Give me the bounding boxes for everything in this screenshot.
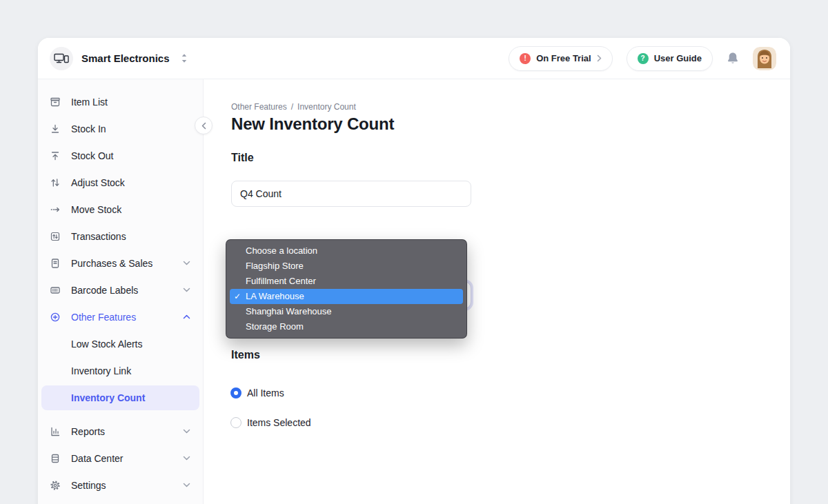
sorter-icon	[181, 53, 188, 63]
sidebar-item-label: Item List	[71, 97, 108, 108]
sidebar-item-inventory-link[interactable]: Inventory Link	[38, 357, 203, 384]
sidebar-item-item-list[interactable]: Item List	[38, 88, 203, 115]
user-guide-button[interactable]: ? User Guide	[627, 46, 713, 71]
devices-icon	[54, 52, 69, 65]
user-guide-label: User Guide	[654, 53, 702, 63]
dropdown-option-la-warehouse[interactable]: ✓ LA Warehouse	[230, 289, 463, 304]
location-dropdown-menu: Choose a location Flagship Store Fulfill…	[226, 239, 467, 339]
user-avatar[interactable]	[753, 47, 776, 70]
chevron-left-icon	[201, 122, 206, 130]
sidebar-item-label: Stock In	[71, 123, 106, 134]
top-bar-actions: ! On Free Trial ? User Guide	[509, 46, 776, 71]
sidebar-item-stock-out[interactable]: Stock Out	[38, 142, 203, 169]
radio-label: All Items	[247, 387, 284, 399]
arrow-up-to-line-icon	[50, 150, 61, 161]
sidebar-item-low-stock-alerts[interactable]: Low Stock Alerts	[38, 330, 203, 357]
sidebar: Item List Stock In Stock Out Adjust Stoc…	[38, 79, 204, 504]
dropdown-option-flagship-store[interactable]: Flagship Store	[230, 259, 463, 274]
question-icon: ?	[638, 53, 649, 64]
sidebar-item-barcode-labels[interactable]: Barcode Labels	[38, 276, 203, 303]
bell-icon	[727, 52, 739, 65]
sidebar-item-label: Move Stock	[71, 204, 121, 215]
box-icon	[50, 97, 61, 108]
checkmark-icon: ✓	[234, 289, 241, 304]
database-icon	[50, 453, 61, 464]
dropdown-option-storage-room[interactable]: Storage Room	[230, 319, 463, 334]
chevron-down-icon	[183, 456, 190, 461]
breadcrumb-separator: /	[291, 102, 293, 112]
sidebar-item-label: Reports	[71, 426, 105, 437]
breadcrumb-current: Inventory Count	[297, 102, 356, 112]
sidebar-item-label: Barcode Labels	[71, 285, 138, 296]
radio-unselected-icon[interactable]	[230, 417, 241, 428]
gear-icon	[50, 480, 61, 491]
sidebar-item-settings[interactable]: Settings	[38, 472, 203, 498]
arrow-right-dashed-icon	[50, 204, 61, 215]
chevron-right-icon	[597, 54, 602, 62]
company-logo	[50, 47, 73, 70]
radio-all-items[interactable]: All Items	[230, 387, 284, 399]
sidebar-item-move-stock[interactable]: Move Stock	[38, 196, 203, 223]
main-content: Other Features / Inventory Count New Inv…	[204, 79, 790, 504]
sidebar-item-label: Stock Out	[71, 150, 113, 161]
title-field-label: Title	[231, 152, 254, 164]
alert-badge-icon: !	[520, 53, 531, 64]
dropdown-option-choose-location[interactable]: Choose a location	[230, 243, 463, 259]
chevron-down-icon	[183, 261, 190, 265]
sidebar-item-label: Adjust Stock	[71, 177, 125, 188]
sidebar-item-label: Low Stock Alerts	[71, 339, 143, 350]
sidebar-item-adjust-stock[interactable]: Adjust Stock	[38, 169, 203, 196]
free-trial-label: On Free Trial	[536, 53, 591, 63]
circle-plus-icon	[50, 312, 61, 323]
sidebar-item-transactions[interactable]: Transactions	[38, 223, 203, 250]
notifications-button[interactable]	[727, 52, 739, 65]
breadcrumb-parent[interactable]: Other Features	[231, 102, 287, 112]
bar-chart-icon	[50, 426, 61, 437]
chevron-down-icon	[183, 483, 190, 487]
sidebar-item-label: Purchases & Sales	[71, 258, 152, 269]
barcode-icon	[50, 285, 61, 296]
transactions-icon	[50, 231, 61, 242]
sidebar-item-label: Other Features	[71, 312, 136, 323]
arrows-up-down-icon	[50, 177, 61, 188]
sidebar-item-other-features[interactable]: Other Features	[38, 303, 203, 330]
radio-selected-icon[interactable]	[230, 387, 241, 399]
sidebar-item-reports[interactable]: Reports	[38, 418, 203, 445]
sidebar-item-label: Transactions	[71, 231, 126, 242]
free-trial-button[interactable]: ! On Free Trial	[509, 46, 612, 71]
avatar-image	[753, 47, 776, 70]
breadcrumb: Other Features / Inventory Count	[231, 102, 356, 112]
sidebar-item-label: Inventory Count	[71, 392, 145, 403]
page-title: New Inventory Count	[231, 114, 394, 134]
sidebar-item-label: Settings	[71, 480, 106, 491]
sidebar-item-purchases-sales[interactable]: Purchases & Sales	[38, 250, 203, 276]
org-switcher[interactable]: Smart Electronics	[50, 47, 188, 70]
sidebar-item-inventory-count[interactable]: Inventory Count	[41, 385, 199, 410]
dropdown-option-fulfillment-center[interactable]: Fulfillment Center	[230, 274, 463, 289]
arrow-down-to-line-icon	[50, 123, 61, 134]
sidebar-collapse-button[interactable]	[195, 117, 213, 134]
radio-label: Items Selected	[247, 417, 311, 428]
chevron-up-icon	[183, 314, 190, 319]
app-window: Smart Electronics ! On Free Trial ? User…	[38, 38, 790, 504]
top-bar: Smart Electronics ! On Free Trial ? User…	[38, 38, 790, 79]
chevron-down-icon	[183, 288, 190, 292]
chevron-down-icon	[183, 429, 190, 434]
document-icon	[50, 258, 61, 269]
items-section-label: Items	[231, 349, 260, 361]
sidebar-item-label: Data Center	[71, 453, 123, 464]
dropdown-option-shanghai-warehouse[interactable]: Shanghai Warehouse	[230, 304, 463, 319]
sidebar-item-data-center[interactable]: Data Center	[38, 445, 203, 472]
sidebar-item-stock-in[interactable]: Stock In	[38, 115, 203, 142]
radio-items-selected[interactable]: Items Selected	[230, 417, 311, 428]
sidebar-item-label: Inventory Link	[71, 365, 131, 376]
dropdown-option-label: LA Warehouse	[246, 291, 304, 301]
app-name: Smart Electronics	[81, 52, 170, 64]
title-input[interactable]	[231, 181, 471, 207]
